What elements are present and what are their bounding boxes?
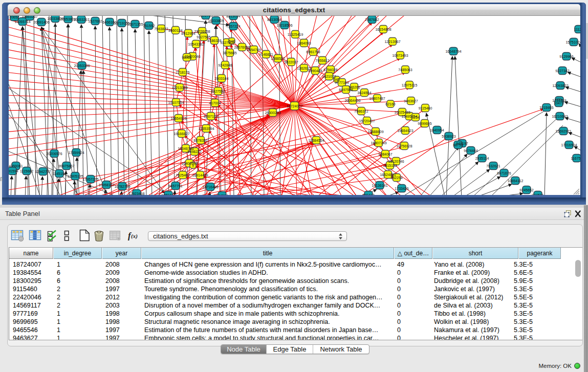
svg-text:9242848: 9242848 <box>218 63 232 67</box>
svg-text:19384554: 19384554 <box>308 139 324 142</box>
svg-text:98961: 98961 <box>182 56 192 59</box>
svg-text:23226058: 23226058 <box>194 30 210 33</box>
svg-text:8454749: 8454749 <box>247 48 260 52</box>
svg-text:15692971: 15692971 <box>555 129 571 133</box>
svg-text:11325419: 11325419 <box>288 33 303 36</box>
svg-text:10543382: 10543382 <box>188 42 204 46</box>
svg-text:10973493: 10973493 <box>392 54 408 57</box>
svg-text:20053346: 20053346 <box>74 64 90 68</box>
svg-text:5498222: 5498222 <box>187 150 201 154</box>
svg-text:9115460: 9115460 <box>419 106 432 110</box>
svg-text:16033809: 16033809 <box>208 19 224 23</box>
svg-text:7485063: 7485063 <box>398 68 412 72</box>
svg-text:16671355: 16671355 <box>127 23 143 26</box>
svg-text:10807487: 10807487 <box>369 97 385 100</box>
svg-text:(x): (x) <box>131 233 138 239</box>
svg-text:17016504: 17016504 <box>561 143 577 147</box>
svg-text:252254: 252254 <box>390 176 402 180</box>
svg-text:17359924: 17359924 <box>68 151 84 155</box>
svg-text:9457791: 9457791 <box>168 184 182 188</box>
svg-text:25300293: 25300293 <box>265 111 280 115</box>
svg-text:11123: 11123 <box>574 28 580 31</box>
svg-text:417004: 417004 <box>209 101 221 105</box>
svg-text:1527602: 1527602 <box>88 19 102 23</box>
svg-text:8471676: 8471676 <box>497 171 511 175</box>
svg-text:10654925: 10654925 <box>170 117 186 120</box>
svg-text:9327505: 9327505 <box>197 35 210 39</box>
svg-text:8813054: 8813054 <box>226 16 240 18</box>
svg-text:16409948: 16409948 <box>181 162 197 165</box>
svg-text:17957225: 17957225 <box>82 178 98 181</box>
svg-text:8878352: 8878352 <box>193 139 207 142</box>
svg-text:20206576: 20206576 <box>46 152 62 156</box>
svg-text:5822037: 5822037 <box>284 60 298 64</box>
svg-text:1588520: 1588520 <box>271 57 285 60</box>
svg-text:19654923: 19654923 <box>397 129 413 133</box>
svg-text:19166827: 19166827 <box>173 132 189 136</box>
svg-text:8912954: 8912954 <box>181 32 195 35</box>
svg-text:14136141: 14136141 <box>372 184 387 187</box>
svg-text:1145194: 1145194 <box>53 172 67 176</box>
svg-text:9474444: 9474444 <box>464 149 477 152</box>
svg-text:924501: 924501 <box>532 193 543 195</box>
svg-text:8186328: 8186328 <box>207 39 221 42</box>
svg-text:4359061: 4359061 <box>9 164 23 168</box>
svg-text:1615152: 1615152 <box>383 164 397 167</box>
svg-text:9146821: 9146821 <box>259 53 273 56</box>
svg-text:10553267: 10553267 <box>21 16 37 18</box>
svg-text:12942757: 12942757 <box>35 170 51 173</box>
svg-text:7625402: 7625402 <box>176 173 189 177</box>
svg-text:9129966: 9129966 <box>559 55 573 58</box>
svg-text:18807249: 18807249 <box>371 141 386 145</box>
svg-text:15751074: 15751074 <box>565 40 580 44</box>
svg-text:12975115: 12975115 <box>402 83 418 87</box>
svg-text:1115682: 1115682 <box>20 169 33 173</box>
svg-text:12905135: 12905135 <box>67 174 83 178</box>
svg-text:10473: 10473 <box>554 101 564 105</box>
svg-text:8267130: 8267130 <box>204 115 217 118</box>
svg-text:7563822: 7563822 <box>154 27 168 31</box>
svg-text:5938923: 5938923 <box>442 135 455 138</box>
svg-text:20652: 20652 <box>9 16 19 19</box>
svg-text:16210643: 16210643 <box>552 115 568 118</box>
svg-text:16648794: 16648794 <box>445 50 461 53</box>
svg-text:8990448: 8990448 <box>308 69 322 73</box>
svg-text:3215955: 3215955 <box>539 106 553 110</box>
svg-text:16154808: 16154808 <box>375 28 391 31</box>
svg-text:1640954: 1640954 <box>430 128 444 132</box>
svg-text:10653267: 10653267 <box>73 18 89 21</box>
svg-text:9450412: 9450412 <box>161 193 175 195</box>
svg-text:8427552: 8427552 <box>211 90 225 93</box>
svg-text:1733426: 1733426 <box>395 187 408 190</box>
svg-text:7357224: 7357224 <box>226 25 240 28</box>
svg-text:8813054: 8813054 <box>267 18 281 21</box>
svg-text:16914479: 16914479 <box>192 173 208 177</box>
svg-text:19218506: 19218506 <box>276 24 292 27</box>
svg-text:20364436: 20364436 <box>344 99 360 102</box>
svg-text:68753: 68753 <box>453 143 463 147</box>
svg-text:10025433: 10025433 <box>394 111 410 114</box>
svg-text:964504: 964504 <box>216 194 228 195</box>
svg-text:99975867: 99975867 <box>58 164 74 168</box>
svg-text:116753: 116753 <box>571 157 580 160</box>
svg-text:10756928: 10756928 <box>396 144 412 148</box>
svg-text:9: 9 <box>192 164 194 167</box>
svg-text:16782759: 16782759 <box>114 185 130 188</box>
svg-text:391594: 391594 <box>9 169 18 173</box>
svg-text:20691406: 20691406 <box>33 20 49 24</box>
svg-text:1864093: 1864093 <box>297 41 311 45</box>
svg-text:10688609: 10688609 <box>367 130 383 134</box>
svg-text:9254: 9254 <box>411 116 420 119</box>
svg-text:16120746: 16120746 <box>388 160 404 163</box>
svg-text:2803144: 2803144 <box>214 77 228 80</box>
svg-text:6961758: 6961758 <box>306 50 320 54</box>
svg-text:3624554: 3624554 <box>357 91 371 95</box>
svg-text:12353594: 12353594 <box>198 127 214 130</box>
svg-text:12923468: 12923468 <box>128 192 144 195</box>
svg-text:9777169: 9777169 <box>335 81 349 84</box>
svg-text:12213967: 12213967 <box>384 40 400 43</box>
svg-text:12093822: 12093822 <box>552 84 568 87</box>
svg-text:10654112: 10654112 <box>508 179 524 183</box>
svg-text:14055714: 14055714 <box>14 20 30 24</box>
svg-text:15716485: 15716485 <box>202 185 218 189</box>
